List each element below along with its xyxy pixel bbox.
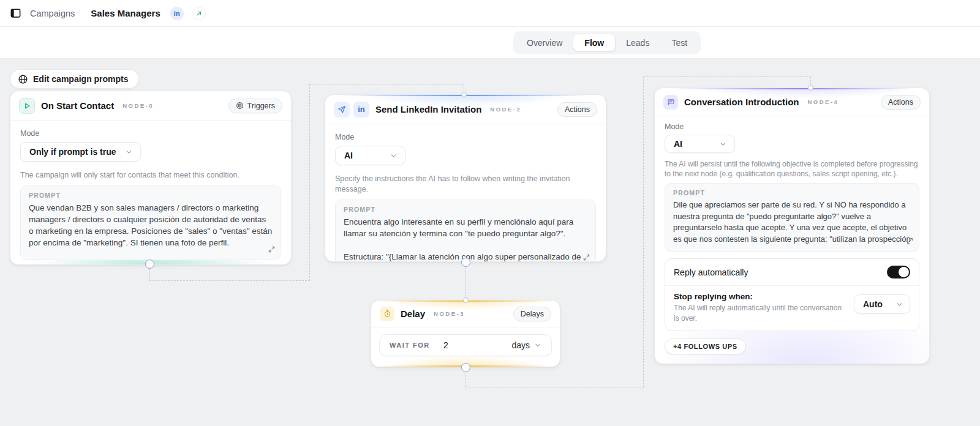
wait-unit-select[interactable]: days [511,340,541,350]
tab-group: Overview Flow Leads Test [513,31,701,54]
node0-prompt-box[interactable]: PROMPT Que vendan B2B y son sales manage… [20,185,281,260]
node4-helper-text: The AI will persist until the following … [665,159,919,179]
delay-wait-row[interactable]: WAIT FOR 2 days [379,334,552,356]
node4-body: Mode AI The AI will persist until the fo… [655,116,929,362]
node3-body: WAIT FOR 2 days [371,327,560,364]
expand-icon[interactable] [583,252,590,262]
node0-mode-value: Only if prompt is true [29,147,116,157]
node3-delays-badge[interactable]: Delays [513,307,551,321]
node4-actions-badge[interactable]: Actions [881,95,921,110]
sidebar-toggle-icon[interactable] [10,7,21,19]
reply-automatically-box: Reply automatically Stop replying when: … [665,258,919,331]
connector-delay-across [466,387,644,387]
toggle-knob [899,267,909,277]
node0-prompt-text[interactable]: Que vendan B2B y son sales managers / di… [29,202,273,249]
node0-helper-text: The campaign will only start for contact… [20,170,281,181]
chevron-down-icon [895,301,903,308]
node0-body: Mode Only if prompt is true The campaign… [10,121,291,265]
node4-id: NODE-4 [808,99,839,105]
target-icon [236,102,244,110]
flow-canvas[interactable]: Edit campaign prompts On Start Contact N… [0,59,980,426]
linkedin-badge-icon: in [170,7,184,20]
reply-automatically-toggle[interactable] [887,266,910,278]
connector-node2-to-delay [466,267,466,300]
node0-header: On Start Contact NODE-0 Triggers [10,91,291,121]
node0-mode-label: Mode [20,129,281,138]
chevron-down-icon [534,342,541,349]
connector-node0-rise [309,84,310,281]
expand-icon[interactable] [907,236,913,247]
breadcrumb[interactable]: Campaigns [30,9,75,18]
connector-to-node2 [309,84,464,84]
node2-title: Send LinkedIn Invitation [375,104,481,114]
stop-replying-helper: The AI will reply automatically until th… [674,303,846,323]
node2-prompt-text[interactable]: Encuentra algo interesante en su perfil … [344,216,587,262]
node2-mode-value: AI [344,151,353,160]
stop-replying-label: Stop replying when: [674,292,846,301]
tab-overview[interactable]: Overview [516,34,573,51]
chevron-down-icon [719,140,727,148]
node-on-start-contact[interactable]: On Start Contact NODE-0 Triggers Mode On… [10,91,292,265]
node4-input-handle[interactable] [808,85,813,91]
node-conversation-introduction[interactable]: Conversation Introduction NODE-4 Actions… [654,88,930,364]
node3-output-handle[interactable] [461,363,470,372]
node4-mode-value: AI [674,139,682,149]
connector-node0-drop [149,268,150,281]
tab-flow[interactable]: Flow [573,34,615,51]
tab-bar: Overview Flow Leads Test [0,27,980,59]
node2-mode-select[interactable]: AI [335,146,405,165]
chat-bubble-icon [663,95,678,110]
wait-value-input[interactable]: 2 [443,340,448,350]
external-link-icon[interactable] [192,7,206,20]
tab-leads[interactable]: Leads [615,34,660,51]
node4-prompt-text[interactable]: Dile que apreciamos ser parte de su red.… [673,200,911,245]
reply-automatically-label: Reply automatically [674,267,748,277]
edit-campaign-prompts-button[interactable]: Edit campaign prompts [10,69,139,89]
connector-delay-drop [466,372,466,387]
node0-prompt-label: PROMPT [29,192,273,199]
node4-prompt-label: PROMPT [673,189,911,196]
node0-title: On Start Contact [41,100,114,111]
chevron-down-icon [390,152,398,160]
node3-badge-label: Delays [521,310,544,318]
node2-actions-badge[interactable]: Actions [557,102,597,117]
node0-triggers-badge[interactable]: Triggers [228,99,282,113]
wait-for-label: WAIT FOR [390,342,430,349]
globe-icon [18,74,28,84]
stopwatch-icon [380,307,394,321]
node2-id: NODE-2 [490,106,521,113]
node3-id: NODE-3 [434,310,465,317]
page-title: Sales Managers [91,8,160,18]
linkedin-icon: in [353,102,369,118]
connector-delay-rise [643,77,644,387]
node3-title: Delay [401,308,425,319]
node3-input-handle[interactable] [463,297,469,303]
node4-header: Conversation Introduction NODE-4 Actions [655,88,929,116]
node2-mode-label: Mode [335,133,596,141]
stop-replying-value: Auto [863,299,883,309]
play-icon [19,98,35,114]
node4-mode-select[interactable]: AI [665,135,735,153]
node2-header: in Send LinkedIn Invitation NODE-2 Actio… [325,95,606,124]
node2-prompt-box[interactable]: PROMPT Encuentra algo interesante en su … [335,200,596,262]
stop-replying-row: Stop replying when: The AI will reply au… [665,286,919,330]
node-send-linkedin-invitation[interactable]: in Send LinkedIn Invitation NODE-2 Actio… [325,94,606,262]
node4-title: Conversation Introduction [684,97,799,107]
node2-prompt-label: PROMPT [344,206,587,213]
followups-badge[interactable]: +4 FOLLOWS UPS [665,338,746,354]
tab-test[interactable]: Test [660,34,698,51]
node0-badge-label: Triggers [247,102,275,110]
node2-output-handle[interactable] [461,258,470,267]
connector-to-node4 [643,77,811,77]
node2-input-handle[interactable] [461,92,467,97]
edit-campaign-prompts-label: Edit campaign prompts [33,74,129,84]
expand-icon[interactable] [268,244,275,255]
stop-replying-select[interactable]: Auto [854,294,910,314]
node0-mode-select[interactable]: Only if prompt is true [20,142,141,162]
node-delay[interactable]: Delay NODE-3 Delays WAIT FOR 2 days [371,300,560,367]
node4-prompt-box[interactable]: PROMPT Dile que apreciamos ser parte de … [665,183,919,252]
connector-node0-across [149,280,310,281]
node0-output-handle[interactable] [145,260,154,269]
top-bar: Campaigns Sales Managers in [0,0,980,27]
chevron-down-icon [125,148,133,156]
